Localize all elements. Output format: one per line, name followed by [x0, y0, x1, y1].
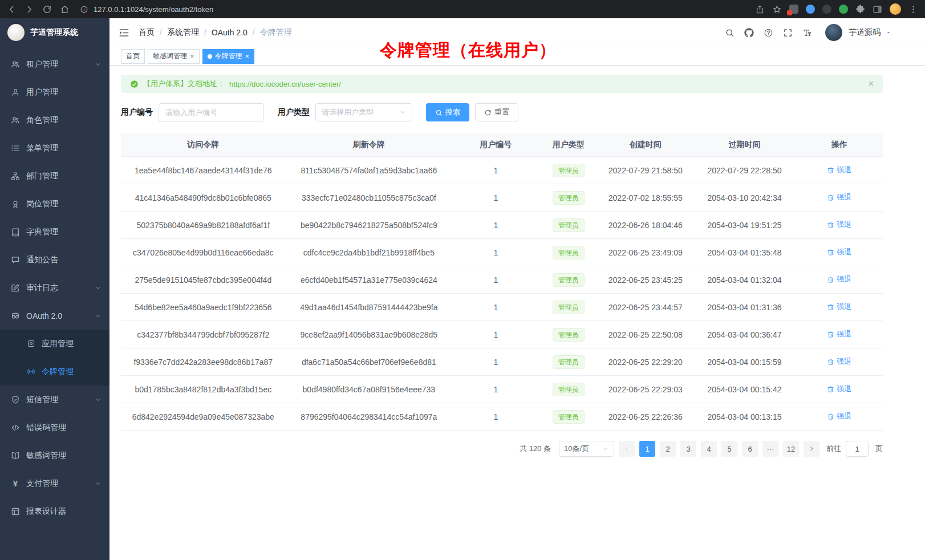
- browser-profile-avatar[interactable]: [890, 3, 901, 15]
- more-pages-button[interactable]: ···: [762, 441, 778, 457]
- force-logout-button[interactable]: 强退: [827, 220, 851, 230]
- page-button-5[interactable]: 5: [721, 441, 737, 457]
- page-button-12[interactable]: 12: [783, 441, 799, 457]
- tab-token[interactable]: 令牌管理 ×: [202, 49, 255, 64]
- sidebar-item-oauth2[interactable]: OAuth 2.0: [0, 302, 109, 330]
- delete-icon: [827, 385, 834, 393]
- page-button-6[interactable]: 6: [742, 441, 758, 457]
- doc-link[interactable]: https://doc.iocoder.cn/user-center/: [229, 80, 341, 88]
- sidebar-item-oauth-app[interactable]: 应用管理: [0, 330, 109, 358]
- force-logout-button[interactable]: 强退: [827, 302, 851, 312]
- split-view-icon[interactable]: [873, 5, 882, 14]
- sidebar-item-error-code[interactable]: 错误码管理: [0, 413, 109, 441]
- page-button-3[interactable]: 3: [680, 441, 696, 457]
- sidebar-item-report-designer[interactable]: 报表设计器: [0, 497, 109, 525]
- bookmark-star-icon[interactable]: [772, 5, 782, 14]
- browser-menu-icon[interactable]: [908, 5, 918, 14]
- force-logout-button[interactable]: 强退: [827, 384, 851, 394]
- force-logout-button[interactable]: 强退: [827, 411, 851, 421]
- user-type-badge: 管理员: [553, 246, 585, 259]
- site-info-icon[interactable]: [80, 5, 88, 14]
- sidebar-item-menu[interactable]: 菜单管理: [0, 134, 109, 162]
- delete-icon: [827, 249, 834, 256]
- sidebar-item-sensitive-words[interactable]: 敏感词管理: [0, 441, 109, 469]
- sidebar-toggle-icon[interactable]: [119, 27, 129, 38]
- refresh-token-cell: cdfc4ce9c2da4bb1bdf21b9918ff4be5: [286, 248, 453, 257]
- reload-icon[interactable]: [42, 5, 52, 14]
- back-icon[interactable]: [7, 5, 17, 14]
- sidebar-item-label: 短信管理: [26, 395, 88, 405]
- help-icon[interactable]: [764, 28, 773, 38]
- font-size-icon[interactable]: [802, 28, 812, 38]
- sidebar-item-label: 报表设计器: [26, 506, 102, 517]
- force-logout-button[interactable]: 强退: [827, 329, 851, 339]
- github-icon[interactable]: [744, 28, 754, 38]
- sidebar-item-user[interactable]: 用户管理: [0, 78, 109, 106]
- force-logout-button[interactable]: 强退: [827, 356, 851, 367]
- user-id-label: 用户编号: [121, 107, 153, 117]
- force-logout-button[interactable]: 强退: [827, 192, 851, 202]
- browser-extension-icon[interactable]: [822, 5, 831, 14]
- page-button-2[interactable]: 2: [660, 441, 676, 457]
- share-icon[interactable]: [755, 5, 765, 14]
- user-avatar[interactable]: [825, 24, 842, 41]
- home-icon[interactable]: [60, 5, 70, 14]
- page-size-select[interactable]: 10条/页: [559, 441, 614, 457]
- breadcrumb-item[interactable]: 首页: [139, 27, 155, 38]
- action-cell: 强退: [796, 192, 883, 203]
- user-type-cell: 管理员: [539, 383, 598, 396]
- caret-down-icon[interactable]: [885, 29, 892, 36]
- breadcrumb-item[interactable]: 系统管理: [155, 27, 199, 38]
- extensions-puzzle-icon[interactable]: [855, 5, 865, 14]
- action-cell: 强退: [796, 329, 883, 340]
- user-id-input[interactable]: [159, 103, 264, 121]
- sidebar-item-audit-log[interactable]: 审计日志: [0, 274, 109, 302]
- force-logout-button[interactable]: 强退: [827, 247, 851, 257]
- sidebar-item-post[interactable]: 岗位管理: [0, 190, 109, 218]
- expire-time-cell: 2054-03-04 00:13:15: [693, 412, 796, 421]
- expire-time-cell: 2022-07-29 22:28:50: [693, 166, 796, 175]
- pagination: 共 120 条 10条/页 1 2 3 4 5 6 ··· 12 前往 页: [121, 441, 883, 457]
- username[interactable]: 芋道源码: [849, 27, 881, 38]
- sidebar-item-notice[interactable]: 通知公告: [0, 246, 109, 274]
- app-logo[interactable]: 芋道管理系统: [0, 18, 109, 47]
- sidebar-item-tenant[interactable]: 租户管理: [0, 50, 109, 78]
- sidebar-item-role[interactable]: 角色管理: [0, 106, 109, 134]
- browser-extension-icon[interactable]: [789, 5, 798, 14]
- search-icon[interactable]: [725, 28, 735, 38]
- report-icon: [11, 507, 20, 516]
- browser-extension-icon[interactable]: [806, 5, 815, 14]
- sidebar-item-oauth-token[interactable]: 令牌管理: [0, 358, 109, 385]
- page-button-1[interactable]: 1: [639, 441, 655, 457]
- browser-extension-icon[interactable]: [839, 5, 848, 14]
- page-button-4[interactable]: 4: [701, 441, 717, 457]
- address-bar[interactable]: 127.0.0.1:1024/system/oauth2/token: [80, 5, 747, 14]
- close-icon[interactable]: ×: [190, 52, 194, 60]
- alert-close-icon[interactable]: ×: [869, 79, 874, 88]
- total-count: 共 120 条: [520, 444, 551, 454]
- user-type-cell: 管理员: [539, 355, 598, 369]
- prev-page-button[interactable]: [619, 441, 635, 457]
- yen-icon: ¥: [11, 479, 20, 488]
- tab-sensitive-words[interactable]: 敏感词管理 ×: [148, 49, 200, 64]
- action-cell: 强退: [796, 220, 883, 230]
- search-button[interactable]: 搜索: [426, 103, 469, 121]
- force-logout-button[interactable]: 强退: [827, 165, 851, 175]
- sidebar-item-sms[interactable]: 短信管理: [0, 385, 109, 413]
- force-logout-button[interactable]: 强退: [827, 274, 851, 285]
- forward-icon[interactable]: [25, 5, 34, 14]
- next-page-button[interactable]: [804, 441, 819, 457]
- action-cell: 强退: [796, 384, 883, 395]
- sidebar-item-dept[interactable]: 部门管理: [0, 162, 109, 190]
- sidebar-item-payment[interactable]: ¥ 支付管理: [0, 469, 109, 497]
- breadcrumb-item[interactable]: OAuth 2.0: [199, 28, 248, 37]
- sidebar-item-dict[interactable]: 字典管理: [0, 218, 109, 246]
- table-row: c347026e805e4d99b0d116eae66eda8c cdfc4ce…: [121, 239, 883, 266]
- close-icon[interactable]: ×: [245, 52, 250, 60]
- refresh-icon: [484, 109, 492, 116]
- goto-page-input[interactable]: [846, 441, 869, 457]
- user-type-select[interactable]: 请选择用户类型: [315, 103, 412, 121]
- reset-button[interactable]: 重置: [475, 103, 518, 121]
- tab-home[interactable]: 首页: [121, 49, 145, 64]
- fullscreen-icon[interactable]: [783, 28, 793, 38]
